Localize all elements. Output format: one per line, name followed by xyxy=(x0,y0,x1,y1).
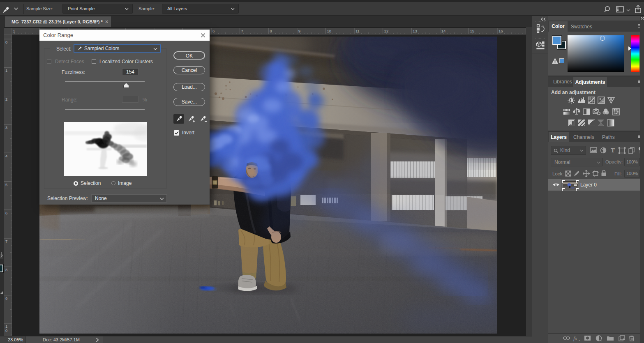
svg-text:14: 14 xyxy=(441,29,446,33)
svg-text:12: 12 xyxy=(384,29,389,33)
svg-text:10: 10 xyxy=(327,29,331,33)
svg-text:9: 9 xyxy=(298,29,300,33)
svg-text:0: 0 xyxy=(5,40,7,44)
svg-text:15: 15 xyxy=(470,29,474,33)
svg-text:1: 1 xyxy=(5,68,7,73)
svg-text:7: 7 xyxy=(241,29,243,33)
svg-text:T: T xyxy=(611,147,615,154)
svg-text:1: 1 xyxy=(13,29,15,33)
svg-text:5: 5 xyxy=(5,182,7,187)
svg-text:9: 9 xyxy=(5,296,7,301)
svg-text:11: 11 xyxy=(355,29,360,33)
svg-text:2: 2 xyxy=(5,97,7,101)
svg-text:0: 0 xyxy=(5,328,7,333)
svg-text:6: 6 xyxy=(212,29,215,33)
svg-text:16: 16 xyxy=(499,29,503,33)
svg-text:13: 13 xyxy=(413,29,417,33)
svg-text:6: 6 xyxy=(5,211,7,215)
svg-text:3: 3 xyxy=(5,125,7,130)
svg-text:4: 4 xyxy=(5,154,7,158)
svg-text:8: 8 xyxy=(270,29,272,33)
svg-text:8: 8 xyxy=(5,267,7,272)
svg-text:fx: fx xyxy=(573,335,577,341)
svg-text:7: 7 xyxy=(5,239,7,244)
